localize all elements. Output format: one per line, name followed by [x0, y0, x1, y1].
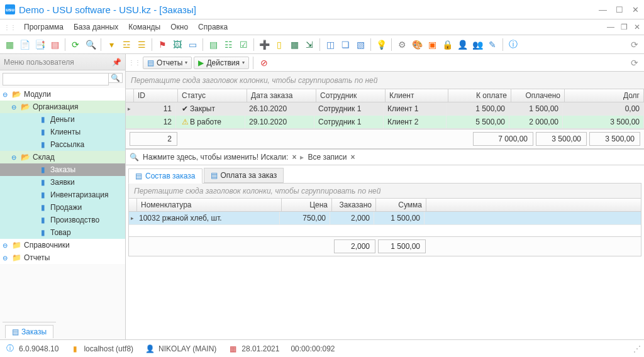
tb-add-icon[interactable]: ➕: [257, 38, 271, 52]
tree-item[interactable]: ▮Товар: [0, 226, 125, 239]
group-hint[interactable]: Перетащите сюда заголовок колонки, чтобы…: [126, 72, 644, 89]
tb-window-icon[interactable]: ◫: [323, 38, 337, 52]
tb-lock-icon[interactable]: 🔒: [440, 38, 454, 52]
col-id[interactable]: ID: [134, 89, 178, 102]
workspace-tab-orders[interactable]: ▤ Заказы: [5, 325, 53, 338]
tb-delete-icon[interactable]: ▤: [48, 38, 62, 52]
child-restore-button[interactable]: ❐: [621, 23, 628, 31]
tb-note-icon[interactable]: ▯: [272, 38, 286, 52]
tree-item[interactable]: ▮Деньги: [0, 113, 125, 126]
tree-item[interactable]: ⊖📁Справочники: [0, 239, 125, 251]
table-row[interactable]: ▸11✔Закрыт26.10.2020Сотрудник 1Клиент 11…: [126, 102, 644, 116]
status-bar: ⓘ6.0.9048.10 ▮localhost (utf8) 👤NIKOLAY …: [0, 339, 644, 357]
tree-item[interactable]: ⊖📂Организация: [0, 101, 125, 113]
tree-item[interactable]: ▮Рассылка: [0, 138, 125, 151]
dcol-price[interactable]: Цена: [282, 199, 332, 211]
dcol-qty[interactable]: Заказано: [332, 199, 376, 211]
tab-order-items[interactable]: ▤ Состав заказа: [128, 168, 203, 184]
detail-group-hint[interactable]: Перетащите сюда заголовок колонки, чтобы…: [129, 184, 641, 199]
col-date[interactable]: Дата заказа: [247, 89, 316, 102]
resize-grip-icon[interactable]: ⋰: [633, 344, 639, 353]
col-emp[interactable]: Сотрудник: [316, 89, 386, 102]
close-button[interactable]: ✕: [632, 5, 639, 14]
menu-program[interactable]: Программа: [19, 21, 69, 33]
expand-icon[interactable]: ⊖: [3, 91, 11, 98]
tb-filter3-icon[interactable]: ☰: [135, 38, 148, 52]
minimize-button[interactable]: —: [599, 5, 607, 14]
tb-rss-icon[interactable]: ▣: [425, 38, 439, 52]
tb-search-icon[interactable]: 🔍: [84, 38, 97, 52]
tb-bulb-icon[interactable]: 💡: [374, 38, 388, 52]
table-row[interactable]: 12⚠В работе29.10.2020Сотрудник 1Клиент 2…: [126, 116, 644, 129]
expand-icon[interactable]: ⊖: [3, 242, 11, 249]
filter-clear-icon[interactable]: ×: [292, 153, 296, 162]
col-paid[interactable]: Оплачено: [511, 89, 565, 102]
tb-doc-icon[interactable]: ▭: [186, 38, 199, 52]
tb-refresh-icon[interactable]: ⟳: [69, 38, 82, 52]
expand-icon[interactable]: ⊖: [3, 255, 11, 261]
actions-button[interactable]: ▶ Действия ▾: [194, 57, 249, 69]
maximize-button[interactable]: ☐: [616, 5, 623, 14]
tb-export-icon[interactable]: ⇲: [303, 38, 316, 52]
detail-row[interactable]: ▸ 10032 ржаной хлеб, шт. 750,00 2,000 1 …: [129, 212, 641, 225]
expand-icon[interactable]: ⊖: [11, 104, 20, 111]
tb-excel-icon[interactable]: ▦: [287, 38, 301, 52]
menu-commands[interactable]: Команды: [123, 21, 165, 33]
tb-info-icon[interactable]: ⓘ: [506, 38, 520, 52]
tree-item[interactable]: ▮Производство: [0, 214, 125, 226]
tb-user-icon[interactable]: 👤: [455, 38, 469, 52]
tb-tile-icon[interactable]: ▧: [353, 38, 367, 52]
tree-item[interactable]: ⊖📁Отчеты: [0, 251, 125, 264]
tree-item[interactable]: ⊖📂Модули: [0, 88, 125, 101]
dcol-nom[interactable]: Номенклатура: [137, 199, 282, 211]
dcol-sum[interactable]: Сумма: [376, 199, 426, 211]
tb-users-icon[interactable]: 👥: [470, 38, 484, 52]
tree-search-icon[interactable]: 🔍: [109, 73, 123, 83]
child-close-button[interactable]: ✕: [634, 23, 640, 31]
reports-button[interactable]: ▤ Отчеты ▾: [143, 57, 192, 69]
more-icon[interactable]: ⟳: [628, 56, 641, 70]
tb-more-icon[interactable]: ⟳: [628, 38, 641, 52]
col-debt[interactable]: Долг: [565, 89, 644, 102]
tree-item-label: Инвентаризация: [50, 190, 108, 199]
stop-icon[interactable]: ⊘: [257, 56, 271, 70]
filter-chip[interactable]: Все записи: [308, 153, 347, 162]
tb-flag-icon[interactable]: ⚑: [155, 38, 169, 52]
menu-window[interactable]: Окно: [165, 21, 193, 33]
filter-chip-remove-icon[interactable]: ×: [350, 153, 355, 162]
col-pay[interactable]: К оплате: [448, 89, 511, 102]
cell-nom: 10032 ржаной хлеб, шт.: [135, 212, 280, 224]
tb-open-icon[interactable]: 📄: [18, 38, 31, 52]
col-status[interactable]: Статус: [178, 89, 247, 102]
tree-item[interactable]: ▮Инвентаризация: [0, 189, 125, 201]
tb-broom-icon[interactable]: ✎: [486, 38, 499, 52]
tree-item[interactable]: ▮Клиенты: [0, 126, 125, 138]
col-client[interactable]: Клиент: [386, 89, 448, 102]
tree-item[interactable]: ▮Продажи: [0, 201, 125, 214]
child-minimize-button[interactable]: —: [607, 23, 614, 31]
tb-cascade-icon[interactable]: ❏: [338, 38, 352, 52]
tree-item[interactable]: ▮Заявки: [0, 176, 125, 189]
menu-help[interactable]: Справка: [193, 21, 233, 33]
tree-item[interactable]: ⊖📂Склад: [0, 151, 125, 163]
menu-database[interactable]: База данных: [69, 21, 123, 33]
tree-item[interactable]: ▮Заказы: [0, 163, 125, 176]
tb-filter-icon[interactable]: ▾: [104, 38, 118, 52]
tb-image-icon[interactable]: 🖼: [170, 38, 184, 52]
tb-check-icon[interactable]: ☑: [236, 38, 250, 52]
tb-tree-icon[interactable]: ☷: [221, 38, 235, 52]
cell-pay: 5 500,00: [447, 116, 509, 128]
pin-icon[interactable]: 📌: [112, 58, 121, 67]
tb-filter2-icon[interactable]: ☲: [119, 38, 133, 52]
cell-id: 11: [132, 102, 176, 115]
tb-palette-icon[interactable]: 🎨: [410, 38, 424, 52]
tb-copy-icon[interactable]: 📑: [33, 38, 47, 52]
tb-gear-icon[interactable]: ⚙: [395, 38, 409, 52]
tree-search-input[interactable]: [3, 73, 109, 85]
expand-icon[interactable]: ⊖: [11, 154, 20, 161]
tb-new-icon[interactable]: ▦: [3, 38, 16, 52]
tab-order-payments[interactable]: ▤ Оплата за заказ: [204, 168, 284, 183]
filter-bar[interactable]: 🔍 Нажмите здесь, чтобы изменить! Искали:…: [126, 149, 644, 165]
tb-list-icon[interactable]: ▤: [206, 38, 220, 52]
cell-client: Клиент 2: [384, 116, 447, 128]
